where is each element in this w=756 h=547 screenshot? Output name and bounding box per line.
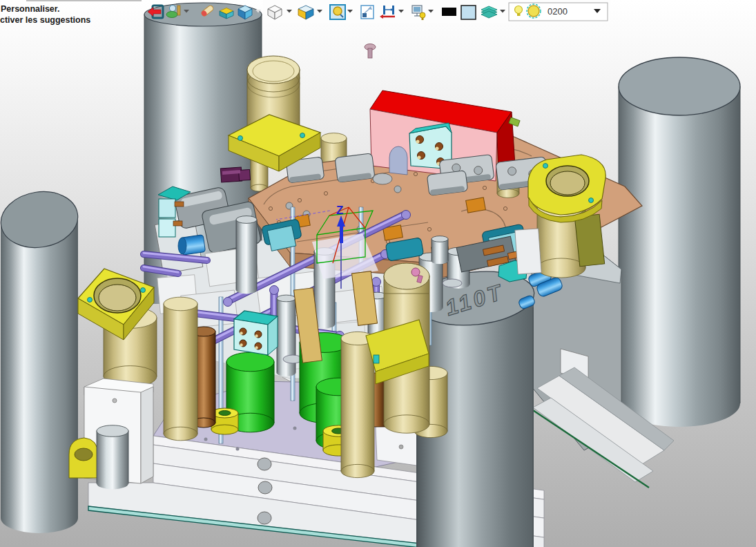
svg-text:ctiver les suggestions: ctiver les suggestions xyxy=(0,15,90,25)
svg-text:Personnaliser.: Personnaliser. xyxy=(1,4,59,14)
svg-text:0200: 0200 xyxy=(547,6,568,17)
svg-text:Z: Z xyxy=(336,204,343,217)
